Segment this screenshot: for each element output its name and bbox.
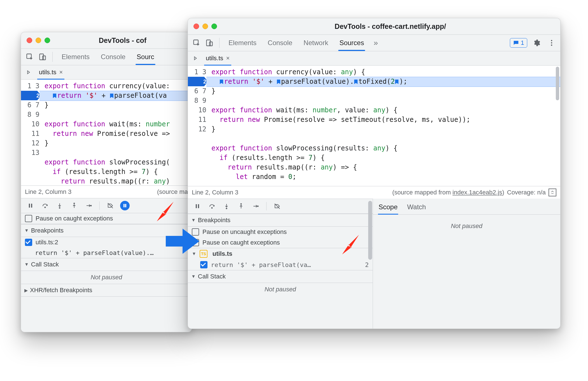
close-tab-icon[interactable]: ×: [59, 69, 63, 76]
not-paused-label: Not paused: [21, 271, 192, 284]
svg-rect-19: [196, 204, 197, 208]
not-paused-label: Not paused: [188, 283, 373, 296]
titlebar[interactable]: DevTools - cof: [21, 32, 192, 48]
close-icon[interactable]: [193, 24, 199, 29]
settings-gear-icon[interactable]: [531, 37, 542, 49]
deactivate-breakpoints-button[interactable]: [104, 200, 116, 211]
svg-rect-10: [123, 204, 125, 207]
minimize-icon[interactable]: [202, 24, 208, 29]
device-toolbar-icon[interactable]: [204, 37, 215, 49]
pause-resume-button[interactable]: [191, 201, 204, 212]
svg-point-7: [59, 207, 60, 208]
step-over-button[interactable]: [39, 200, 51, 211]
file-tab-utils[interactable]: utils.ts ×: [35, 65, 67, 79]
scrollbar[interactable]: [556, 67, 559, 100]
code-body[interactable]: export function currency(value: any) { r…: [209, 66, 560, 186]
svg-point-16: [551, 42, 552, 44]
source-map-link[interactable]: index.1ac4eab2.js: [452, 189, 502, 196]
execution-line-marker: 2: [21, 91, 41, 100]
breakpoint-file-label[interactable]: utils.ts: [213, 250, 232, 257]
chevron-down-icon[interactable]: ▼: [192, 251, 196, 256]
code-editor[interactable]: 2 1 3 4 5 6 7 8 9 10 11 12 export functi…: [188, 66, 560, 186]
step-into-button[interactable]: [220, 201, 233, 212]
source-map-note: (source ma: [157, 188, 188, 196]
step-button[interactable]: [249, 201, 262, 212]
step-over-button[interactable]: [206, 201, 218, 212]
editor-status-bar: Line 2, Column 3 (source mapped from ind…: [188, 186, 560, 199]
nav-pane-toggle-icon[interactable]: [190, 55, 201, 61]
window-title: DevTools - coffee-cart.netlify.app/: [226, 22, 555, 31]
issues-badge[interactable]: 1: [510, 38, 527, 48]
step-button[interactable]: [83, 200, 95, 211]
section-breakpoints[interactable]: ▼Breakpoints: [188, 214, 373, 227]
checkbox[interactable]: [192, 228, 199, 236]
bookmark-icon: [53, 93, 57, 98]
separator: [266, 202, 267, 210]
cursor-position: Line 2, Column 3: [192, 189, 238, 196]
more-tabs-icon[interactable]: »: [374, 38, 378, 47]
tab-scope[interactable]: Scope: [378, 201, 398, 214]
window-title: DevTools - cof: [59, 36, 186, 45]
step-out-button[interactable]: [68, 200, 80, 211]
step-out-button[interactable]: [235, 201, 247, 212]
code-editor[interactable]: 2 1 3 4 5 6 7 8 9 10 11 12 13 export fun…: [21, 80, 192, 185]
svg-rect-2: [43, 56, 46, 60]
tab-elements[interactable]: Elements: [57, 49, 95, 65]
svg-point-22: [226, 208, 227, 209]
close-tab-icon[interactable]: ×: [226, 55, 230, 62]
deactivate-breakpoints-button[interactable]: [271, 201, 283, 212]
scrollbar[interactable]: [368, 200, 372, 327]
zoom-icon[interactable]: [211, 24, 217, 29]
device-toolbar-icon[interactable]: [37, 51, 48, 63]
pause-on-caught-label: Pause on caught exceptions: [36, 215, 113, 222]
tab-watch[interactable]: Watch: [407, 201, 426, 214]
zoom-icon[interactable]: [45, 38, 50, 43]
checkbox[interactable]: [200, 261, 207, 268]
close-icon[interactable]: [27, 38, 32, 43]
minimize-icon[interactable]: [36, 38, 41, 43]
svg-point-8: [74, 203, 74, 204]
devtools-window-left: DevTools - cof Elements Console Sourc ut…: [21, 32, 192, 332]
nav-pane-toggle-icon[interactable]: [23, 69, 34, 75]
section-call-stack[interactable]: ▼Call Stack: [21, 258, 192, 271]
inspect-icon[interactable]: [191, 37, 202, 49]
breakpoint-code[interactable]: return '$' + parseFloat(va…: [211, 261, 311, 268]
svg-rect-11: [125, 204, 126, 207]
more-menu-icon[interactable]: [546, 37, 557, 49]
step-into-button[interactable]: [53, 200, 66, 211]
debugger-panels: Pause on caught exceptions ▼Breakpoints …: [21, 213, 192, 332]
svg-rect-20: [198, 204, 199, 208]
tab-sources[interactable]: Sources: [334, 35, 369, 51]
tab-elements[interactable]: Elements: [223, 35, 262, 51]
pause-resume-button[interactable]: [24, 200, 37, 211]
checkbox[interactable]: [25, 215, 32, 222]
section-xhr-breakpoints[interactable]: ▶XHR/fetch Breakpoints: [21, 284, 192, 297]
inspect-icon[interactable]: [24, 51, 36, 63]
svg-point-24: [257, 206, 258, 206]
pause-on-exceptions-button[interactable]: [119, 200, 131, 211]
section-call-stack[interactable]: ▼Call Stack: [188, 270, 373, 283]
svg-marker-18: [194, 57, 196, 60]
breakpoint-code[interactable]: return '$' + parseFloat(value).…: [35, 249, 154, 256]
source-map-label: (source mapped from index.1ac4eab2.js): [392, 189, 504, 196]
coverage-label: Coverage: n/a: [507, 189, 546, 196]
svg-marker-3: [27, 71, 29, 74]
titlebar[interactable]: DevTools - coffee-cart.netlify.app/: [188, 18, 560, 34]
not-paused-label: Not paused: [373, 215, 560, 233]
checkbox[interactable]: [25, 239, 32, 246]
checkbox[interactable]: [192, 239, 199, 246]
devtools-tabs: Elements Console Sourc: [21, 48, 192, 65]
breakpoint-label[interactable]: utils.ts:2: [36, 239, 58, 246]
devtools-window-right: DevTools - coffee-cart.netlify.app/ Elem…: [188, 18, 561, 329]
tab-console[interactable]: Console: [263, 35, 297, 51]
tab-sources[interactable]: Sourc: [132, 49, 159, 65]
tab-network[interactable]: Network: [298, 35, 333, 51]
svg-point-17: [551, 45, 552, 46]
section-breakpoints[interactable]: ▼Breakpoints: [21, 224, 192, 237]
debugger-toolbar: [188, 199, 373, 214]
code-body[interactable]: export function currency(value: return '…: [42, 80, 192, 185]
tab-console[interactable]: Console: [96, 49, 130, 65]
file-tab-utils[interactable]: utils.ts ×: [202, 51, 234, 65]
svg-rect-14: [209, 42, 213, 46]
wrap-toggle-icon[interactable]: [549, 189, 556, 196]
